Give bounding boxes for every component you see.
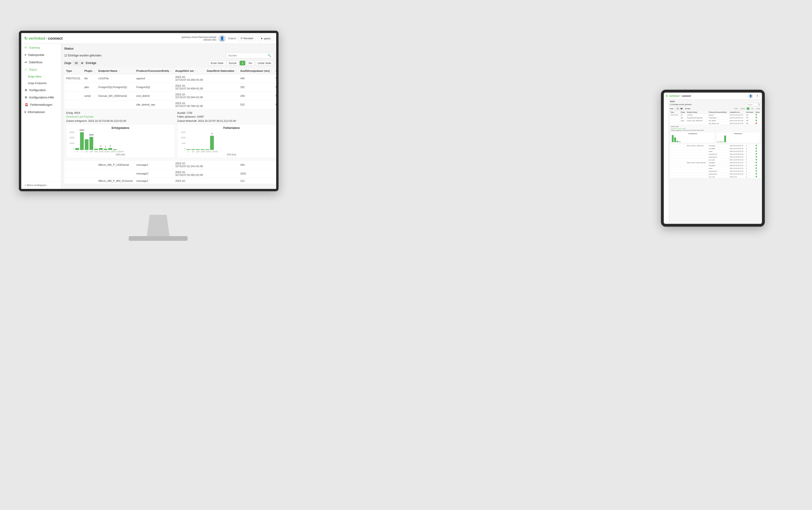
tablet-cell: message1: [708, 144, 729, 147]
tablet-row[interactable]: sync_stat 2023-10-31 0: [670, 175, 761, 178]
tablet-row[interactable]: PROTOCOL file LOG/File append 2023-10-31…: [670, 114, 761, 116]
tablet-cell: [755, 114, 761, 116]
cell-buffered: [205, 161, 238, 169]
table-row[interactable]: idle_delimit_raw 2023-10-31T10:07:30.796…: [64, 101, 276, 109]
restart-button[interactable]: ⟳ Neustart: [238, 36, 256, 41]
table-row[interactable]: Mikron_Mill_P_1200/serial message1 2023-…: [64, 161, 276, 169]
admin-button[interactable]: ▼ admin: [258, 36, 273, 41]
tablet-admin-button[interactable]: ▼: [755, 94, 760, 98]
tablet-row[interactable]: temperature2 2023-10-31T10:07:33 0: [670, 155, 761, 159]
table-row[interactable]: jdbc PostgreSQL/PostgreSQL PostgreSQL 20…: [64, 83, 276, 92]
cell-plugin: [83, 161, 96, 169]
tablet-row[interactable]: serial Doosan_MX_2600/serial end_delimit…: [670, 119, 761, 122]
tablet-row[interactable]: message2 2023-10-31T10:07:32 0: [670, 164, 761, 167]
tablet-cell: [755, 155, 761, 159]
current-page-button[interactable]: 1: [239, 61, 245, 65]
tablet-sidebar-informationen[interactable]: ℹ: [664, 108, 669, 110]
tablet-entries-select[interactable]: 50: [675, 107, 684, 110]
sidebar-item-datenfluss[interactable]: ⇌ Datenfluss: [21, 59, 61, 66]
tablet-current-page[interactable]: 1: [747, 107, 749, 110]
entries-found: 12 Einträge wurden gefunden.: [64, 54, 102, 57]
tablet-row[interactable]: Mikron_Mill_P_800_DU/serial message1 202…: [670, 161, 761, 164]
tablet-row[interactable]: status 2023-10-31T10:07:32 0: [670, 167, 761, 170]
prev-page-button[interactable]: Zurück: [227, 61, 239, 65]
tablet-next-page[interactable]: Vor: [750, 107, 754, 110]
tablet-cell: [755, 144, 761, 147]
tablet-app-header: ↻ verlinked · connect 👤 ▼: [664, 92, 762, 100]
next-page-button[interactable]: Vor: [246, 61, 255, 65]
cell-duration: 449: [238, 74, 274, 83]
sidebar-item-informationen[interactable]: ℹ Informationen: [21, 108, 61, 116]
tablet-row[interactable]: idle_delimit_raw 2023-10-31T10:07:30 532: [670, 122, 761, 125]
table-row[interactable]: serial Doosan_MX_2600/serial end_delimit…: [64, 92, 276, 101]
sidebar-label-datenfluss: Datenfluss: [29, 61, 42, 64]
cell-executed: 2023-10-31T10:07:34.256+01:00: [173, 74, 205, 83]
main-content: Status 12 Einträge wurden gefunden. 🔍 Ze…: [61, 44, 276, 189]
tablet-row[interactable]: status 2023-10-31T10:07:32 0: [670, 150, 761, 153]
bar-label: 5864: [80, 129, 84, 131]
controls-bar: Zeige 50 25 100 Einträge Erste Seite: [64, 61, 273, 65]
search-box[interactable]: 🔍: [226, 53, 273, 58]
tablet-th-endpoint: Endpoint Name: [686, 111, 708, 114]
sidebar-item-konfigurations-hilfe[interactable]: ⚙ Konfigurations-Hilfe: [21, 94, 61, 101]
sidebar-item-status[interactable]: ✓ Status: [21, 66, 61, 73]
table-header-row: Type ↕ Plugin ↕ Endpoint Name ↕ Producer…: [64, 68, 276, 74]
cell-status: [274, 83, 276, 92]
tablet-prev-page[interactable]: Zurück: [740, 107, 746, 110]
tablet-logo-connect: connect: [682, 95, 691, 97]
tablet-cell: 0: [745, 150, 755, 153]
sidebar-item-zeige-endpoints[interactable]: Zeige Endpoints: [21, 80, 61, 86]
tablet-row[interactable]: temperature2 2023-10-31T10:07:33 0: [670, 173, 761, 175]
tablet-row[interactable]: temperature1 2023-10-31T10:07:33 0: [670, 153, 761, 155]
sidebar-item-zeige-alles[interactable]: Zeige Alles: [21, 73, 61, 80]
tablet-cell: [670, 116, 680, 119]
x-axis-title: Zeit (ms): [68, 153, 173, 156]
sidebar-item-fehlermeldungen[interactable]: 🚨 Fehlermeldungen: [21, 101, 61, 108]
logo: ↻ verlinked · connect: [24, 36, 182, 41]
sidebar-item-datenpunkte[interactable]: ≡ Datenpunkte: [21, 51, 61, 59]
tablet-sidebar: ↻ ≡ ⇌ ✓ ⚙: [664, 100, 669, 224]
table-row[interactable]: message2 2023-10-31T10:07:32.282+01:00 1…: [64, 169, 276, 178]
tablet-header-right: 👤 ▼: [748, 94, 760, 98]
tablet-screen: ↻ verlinked · connect 👤 ▼ ↻: [661, 90, 765, 227]
search-input[interactable]: [228, 54, 267, 57]
tablet-cell: idle_delimit_raw: [708, 122, 729, 125]
tablet-download-link[interactable]: Download Last Payload: [671, 128, 760, 129]
sidebar-item-konfiguration[interactable]: ⚙ Konfiguration: [21, 86, 61, 94]
tablet-cell: 0: [745, 159, 755, 161]
tablet-row[interactable]: temperature1 2023-10-31T10:07:33 0: [670, 170, 761, 173]
table-row[interactable]: PROTOCOL file LOG/File append 2023-10-31…: [64, 74, 276, 83]
tablet-cell: [680, 153, 686, 155]
tablet-search-box[interactable]: 🔍: [747, 103, 761, 106]
sidebar-item-gateway[interactable]: ↻ Gateway: [21, 44, 61, 51]
tablet-cell: temperature2: [708, 155, 729, 159]
x-axis-labels: 0 1 10 100 500 1000: [75, 150, 173, 153]
header-right: gateway-o6ubn20wlmgtwcakdqfe website-fak…: [182, 35, 273, 42]
bar-label: 2: [100, 145, 101, 147]
th-duration: Ausführungsdauer (ms) ↕: [238, 68, 274, 74]
sidebar-collapse[interactable]: < Menü einklappen: [21, 181, 61, 189]
table-row[interactable]: Mikron_Mill_P_800_DU/serial message1 202…: [64, 178, 276, 184]
tablet-row[interactable]: message2 2023-10-31T10:07:32 0: [670, 147, 761, 150]
download-link[interactable]: Download Last Payload: [66, 115, 93, 118]
tablet-row[interactable]: jdbc PostgreSQL/PostgreSQL PostgreSQL 20…: [670, 116, 761, 119]
cell-status: [274, 92, 276, 101]
tablet-search-input[interactable]: [748, 104, 757, 105]
first-page-button[interactable]: Erste Seite: [209, 61, 226, 65]
tablet-bar: [720, 142, 721, 142]
tablet-bar: [717, 142, 719, 142]
tablet-cell: [670, 144, 680, 147]
last-page-button[interactable]: Letzte Seite: [255, 61, 273, 65]
tablet-row[interactable]: Mikron_Mill_P_1200/serial message1 2023-…: [670, 144, 761, 147]
show-label: Zeige: [64, 61, 71, 65]
tablet-collapse[interactable]: <: [664, 221, 669, 224]
tablet-last-page[interactable]: Letzte: [755, 107, 761, 110]
tablet-row[interactable]: sync_stat 2023-10-31T10:07:33 0: [670, 159, 761, 161]
entries-select[interactable]: 50 25 100: [73, 61, 84, 65]
status-icon: ✓: [25, 68, 27, 71]
tablet-expanded-row: Erfolg: 8929 Download Last Payload Zulet…: [670, 125, 761, 144]
cell-status: [274, 101, 276, 109]
bar: 1: [104, 149, 107, 150]
tablet-cell: [670, 150, 680, 153]
tablet-first-page[interactable]: Erste: [733, 107, 738, 110]
